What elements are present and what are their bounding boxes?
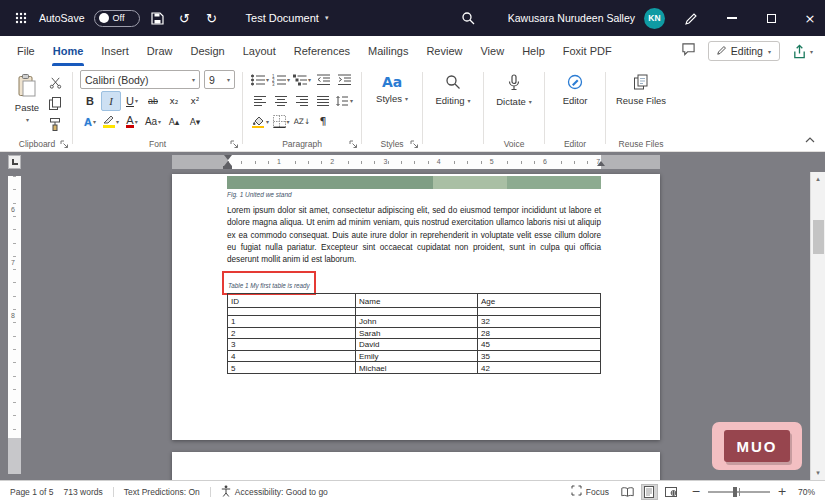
table-cell[interactable]: 35 — [478, 350, 601, 362]
word-count[interactable]: 713 words — [63, 487, 102, 497]
figure-image[interactable] — [227, 176, 601, 189]
tab-stop-selector[interactable] — [8, 155, 21, 169]
user-avatar[interactable]: KN — [644, 8, 665, 29]
bullets-button[interactable]: ▾ — [250, 70, 270, 90]
shrink-font-button[interactable]: A▾ — [185, 112, 205, 132]
horizontal-ruler[interactable]: 1234567 — [172, 155, 660, 169]
styles-dialog-launcher[interactable] — [409, 139, 419, 149]
minimize-button[interactable] — [717, 0, 747, 36]
align-left-button[interactable] — [250, 91, 270, 111]
page-indicator[interactable]: Page 1 of 5 — [10, 487, 53, 497]
font-size-select[interactable]: 9 ▾ — [204, 70, 235, 89]
copy-button[interactable] — [45, 94, 65, 112]
bold-button[interactable]: B — [80, 91, 100, 111]
tab-layout[interactable]: Layout — [234, 36, 285, 66]
table-cell[interactable]: David — [356, 339, 478, 351]
zoom-in-button[interactable]: + — [776, 485, 788, 498]
redo-icon[interactable]: ↻ — [203, 7, 221, 29]
decrease-indent-button[interactable] — [313, 70, 333, 90]
subscript-button[interactable]: x₂ — [164, 91, 184, 111]
table-cell[interactable]: Emily — [356, 350, 478, 362]
table-cell[interactable]: 45 — [478, 339, 601, 351]
table-cell[interactable]: Michael — [356, 362, 478, 374]
zoom-slider-thumb[interactable] — [733, 487, 737, 497]
figure-caption[interactable]: Fig. 1 United we stand — [227, 191, 292, 198]
font-color-button[interactable]: A ▾ — [122, 112, 142, 132]
tab-foxit-pdf[interactable]: Foxit PDF — [554, 36, 621, 66]
zoom-level[interactable]: 70% — [798, 487, 815, 497]
editing-mode-button[interactable]: Editing ▾ — [708, 41, 780, 61]
print-layout-icon[interactable] — [641, 484, 658, 500]
tab-design[interactable]: Design — [181, 36, 233, 66]
paragraph-dialog-launcher[interactable] — [348, 139, 358, 149]
table-cell[interactable]: 28 — [478, 327, 601, 339]
font-dialog-launcher[interactable] — [229, 139, 239, 149]
grow-font-button[interactable]: A▴ — [164, 112, 184, 132]
table-cell[interactable] — [228, 308, 356, 316]
table-cell[interactable]: 1 — [228, 316, 356, 328]
user-name[interactable]: Kawusara Nurudeen Salley — [508, 12, 635, 24]
strikethrough-button[interactable]: ab — [143, 91, 163, 111]
vertical-scrollbar[interactable]: ▴ ▾ — [810, 172, 825, 480]
table-cell[interactable]: 4 — [228, 350, 356, 362]
show-paragraph-marks-button[interactable]: ¶ — [313, 112, 333, 132]
multilevel-list-button[interactable]: ▾ — [292, 70, 312, 90]
sort-button[interactable]: AZ↓ — [292, 112, 312, 132]
shading-button[interactable]: ▾ — [250, 112, 270, 132]
collapse-ribbon-icon[interactable] — [805, 129, 815, 147]
tab-insert[interactable]: Insert — [92, 36, 138, 66]
tab-help[interactable]: Help — [513, 36, 554, 66]
dictate-button[interactable]: Dictate ▾ — [491, 69, 537, 107]
table-header-cell[interactable]: Name — [356, 294, 478, 308]
align-center-button[interactable] — [271, 91, 291, 111]
editing-button[interactable]: Editing ▾ — [430, 69, 476, 106]
styles-button[interactable]: Aa Styles ▾ — [369, 69, 415, 104]
clipboard-dialog-launcher[interactable] — [59, 139, 69, 149]
zoom-slider[interactable] — [708, 491, 770, 493]
zoom-out-button[interactable]: − — [690, 485, 702, 498]
cut-button[interactable] — [45, 73, 65, 91]
vertical-ruler[interactable]: 678 — [8, 176, 21, 474]
format-painter-button[interactable] — [45, 115, 65, 133]
focus-button[interactable]: Focus — [571, 485, 609, 498]
font-name-select[interactable]: Calibri (Body) ▾ — [80, 70, 200, 89]
table-cell[interactable]: 5 — [228, 362, 356, 374]
share-button[interactable]: ▾ — [792, 44, 813, 59]
align-right-button[interactable] — [292, 91, 312, 111]
table-cell[interactable] — [478, 308, 601, 316]
save-icon[interactable] — [149, 7, 167, 29]
left-indent-marker[interactable] — [223, 166, 232, 169]
reuse-files-button[interactable]: Reuse Files — [613, 69, 669, 106]
table-cell[interactable]: 2 — [228, 327, 356, 339]
increase-indent-button[interactable] — [334, 70, 354, 90]
maximize-button[interactable] — [756, 0, 786, 36]
web-layout-icon[interactable] — [663, 484, 680, 500]
scroll-up-icon[interactable]: ▴ — [811, 172, 825, 186]
tab-home[interactable]: Home — [44, 36, 93, 66]
borders-button[interactable]: ▾ — [271, 112, 291, 132]
superscript-button[interactable]: x² — [185, 91, 205, 111]
app-launcher-icon[interactable] — [12, 7, 30, 29]
body-paragraph[interactable]: Lorem ipsum dolor sit amet, consectetur … — [227, 205, 601, 266]
justify-button[interactable] — [313, 91, 333, 111]
tab-draw[interactable]: Draw — [138, 36, 182, 66]
right-indent-marker[interactable] — [597, 161, 605, 166]
undo-icon[interactable]: ↺ — [176, 7, 194, 29]
accessibility-status[interactable]: Accessibility: Good to go — [221, 485, 328, 499]
table-cell[interactable]: 42 — [478, 362, 601, 374]
text-predictions-status[interactable]: Text Predictions: On — [124, 487, 200, 497]
italic-button[interactable]: I — [101, 91, 121, 111]
tab-review[interactable]: Review — [417, 36, 471, 66]
table-header-cell[interactable]: Age — [478, 294, 601, 308]
tab-view[interactable]: View — [471, 36, 513, 66]
autosave-toggle[interactable]: Off — [94, 10, 140, 27]
table-cell[interactable]: Sarah — [356, 327, 478, 339]
table-header-cell[interactable]: ID — [228, 294, 356, 308]
editor-button[interactable]: Editor — [552, 69, 598, 106]
change-case-button[interactable]: Aa ▾ — [143, 112, 163, 132]
comments-icon[interactable] — [681, 42, 696, 60]
highlight-color-button[interactable]: ▾ — [101, 112, 121, 132]
doc-table[interactable]: IDNameAge1John322Sarah283David454Emily35… — [227, 293, 601, 374]
table-cell[interactable]: John — [356, 316, 478, 328]
table-caption[interactable]: Table 1 My first table is ready — [228, 282, 310, 289]
